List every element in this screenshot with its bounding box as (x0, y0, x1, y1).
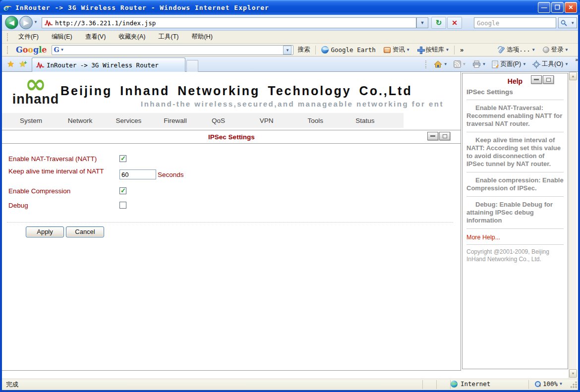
tab-title: InRouter -> 3G Wireless Router (47, 61, 159, 69)
command-bar: ▼ ▼ ▼ (422, 56, 571, 72)
help-divider (466, 132, 564, 132)
google-toolbar: Google G ▼ ▼ 搜索 Google Earth 资讯 ▼ 按钮库 (2, 44, 578, 56)
search-icon (561, 20, 567, 26)
news-dropdown-icon[interactable]: ▼ (407, 48, 409, 52)
zone-label: Internet (461, 380, 490, 388)
menu-favorites[interactable]: 收藏夹(A) (112, 31, 152, 43)
help-minimize-button[interactable] (531, 75, 542, 84)
feeds-button[interactable]: ▼ (451, 59, 469, 69)
address-input[interactable]: http://3.36.221.1/index.jsp (42, 17, 416, 28)
vertical-scrollbar[interactable]: ▲ ▼ (569, 72, 577, 378)
field-label-natt: Enable NAT-Traversal (NATT) (8, 155, 115, 163)
nav-network[interactable]: Network (68, 117, 116, 124)
command-overflow-chevron-icon[interactable]: » (575, 57, 578, 62)
menu-file[interactable]: 文件(F) (12, 31, 45, 43)
page-menu-button[interactable]: 页面(P) ▼ (489, 59, 529, 69)
nav-services[interactable]: Services (116, 117, 164, 124)
debug-checkbox[interactable] (119, 202, 126, 209)
help-paragraph: Debug: Enable Debug for attaining IPSec … (466, 201, 564, 224)
nav-system[interactable]: System (20, 117, 68, 124)
google-combo-dropdown-icon[interactable]: ▼ (283, 46, 291, 55)
google-search-history-dropdown-icon[interactable]: ▼ (60, 48, 64, 52)
button-gallery-dropdown-icon[interactable]: ▼ (446, 48, 449, 52)
zoom-control[interactable]: 100% ▼ (535, 380, 562, 388)
search-options-dropdown-icon[interactable]: ▼ (571, 21, 575, 25)
nav-firewall[interactable]: Firewall (164, 117, 212, 124)
address-dropdown-icon[interactable]: ▼ (416, 17, 428, 28)
menu-bar: 文件(F) 编辑(E) 查看(V) 收藏夹(A) 工具(T) 帮助(H) (2, 31, 578, 44)
more-help-link[interactable]: More Help... (466, 234, 564, 241)
maximize-button[interactable]: ❐ (551, 2, 564, 13)
natt-checkbox[interactable] (119, 155, 126, 162)
news-button[interactable]: 资讯 ▼ (380, 45, 413, 56)
google-options-button[interactable]: 选项... ▼ (493, 45, 538, 56)
search-box (474, 17, 556, 28)
menu-edit[interactable]: 编辑(E) (45, 31, 79, 43)
options-dropdown-icon[interactable]: ▼ (532, 48, 535, 52)
tab-favicon-icon (36, 61, 45, 68)
tools-dropdown-icon[interactable]: ▼ (565, 62, 569, 66)
wrench-icon (497, 46, 505, 54)
menu-view[interactable]: 查看(V) (79, 31, 113, 43)
tools-menu-button[interactable]: 工具(O) ▼ (530, 59, 571, 69)
status-text: 完成 (6, 381, 18, 389)
stop-button[interactable]: ✕ (447, 17, 462, 29)
cancel-button[interactable]: Cancel (66, 226, 104, 237)
home-dropdown-icon[interactable]: ▼ (444, 62, 448, 66)
signin-dropdown-icon[interactable]: ▼ (566, 48, 568, 52)
button-gallery-button[interactable]: 按钮库 ▼ (413, 45, 453, 56)
main-nav: System Network Services Firewall QoS VPN… (2, 113, 404, 128)
recent-pages-dropdown-icon[interactable]: ▼ (34, 20, 38, 24)
nav-vpn[interactable]: VPN (260, 117, 308, 124)
print-button[interactable]: ▼ (470, 59, 489, 69)
nav-status[interactable]: Status (355, 117, 404, 124)
panel-minimize-button[interactable] (427, 132, 438, 140)
nav-qos[interactable]: QoS (212, 117, 260, 124)
google-signin-button[interactable]: 登录 ▼ (539, 45, 572, 56)
resize-grip[interactable] (571, 382, 577, 388)
page-content: ∞ inhand Beijing Inhand Networking Techn… (2, 72, 578, 378)
help-paragraph: Keep alive time interval of NATT: Accord… (466, 136, 564, 168)
print-dropdown-icon[interactable]: ▼ (482, 62, 486, 66)
help-divider (466, 244, 564, 245)
toolbar-grip[interactable] (7, 46, 9, 54)
refresh-button[interactable]: ↻ (431, 17, 446, 29)
help-maximize-button[interactable] (543, 75, 554, 84)
close-button[interactable]: ✕ (565, 2, 577, 13)
menu-tools[interactable]: 工具(T) (152, 31, 185, 43)
active-tab[interactable]: InRouter -> 3G Wireless Router (32, 57, 185, 72)
scroll-down-icon[interactable]: ▼ (569, 369, 577, 378)
back-button[interactable]: ◀ (5, 16, 18, 29)
toolbar-separator (315, 46, 316, 55)
main-panel: ∞ inhand Beijing Inhand Networking Techn… (2, 72, 461, 371)
zoom-dropdown-icon[interactable]: ▼ (560, 382, 562, 386)
google-search-input[interactable]: G ▼ ▼ (52, 45, 293, 55)
help-divider (466, 196, 564, 197)
new-tab-button[interactable] (186, 60, 198, 72)
panel-maximize-button[interactable] (439, 132, 450, 140)
nav-tools[interactable]: Tools (308, 117, 356, 124)
toolbar-grip[interactable] (7, 33, 9, 41)
help-subtitle: IPSec Settings (466, 88, 564, 96)
menu-help[interactable]: 帮助(H) (185, 31, 219, 43)
compression-checkbox[interactable] (119, 187, 126, 194)
toolbar-grip[interactable] (425, 60, 427, 68)
forward-button[interactable]: ▶ (19, 16, 33, 29)
scroll-up-icon[interactable]: ▲ (569, 72, 577, 80)
search-input[interactable] (474, 18, 556, 28)
google-earth-button[interactable]: Google Earth (317, 45, 379, 56)
apply-button[interactable]: Apply (26, 226, 64, 237)
home-button[interactable]: ▼ (431, 59, 450, 69)
toolbar-overflow-chevron-icon[interactable]: » (456, 46, 467, 54)
minimize-button[interactable]: — (538, 2, 550, 13)
field-label-compression: Enable Compression (8, 187, 115, 195)
help-paragraph: Enable NAT-Traversal: Recommend enabling… (466, 104, 564, 128)
page-dropdown-icon[interactable]: ▼ (522, 62, 526, 66)
keepalive-input[interactable] (119, 169, 156, 179)
google-search-button[interactable]: 搜索 (293, 45, 314, 56)
company-title: Beijing Inhand Networking Technology Co.… (60, 84, 412, 98)
search-button[interactable]: ▼ (558, 17, 577, 28)
favorites-star-icon[interactable]: ★ (7, 59, 14, 69)
form-divider (7, 222, 453, 223)
plus-icon (417, 47, 424, 53)
